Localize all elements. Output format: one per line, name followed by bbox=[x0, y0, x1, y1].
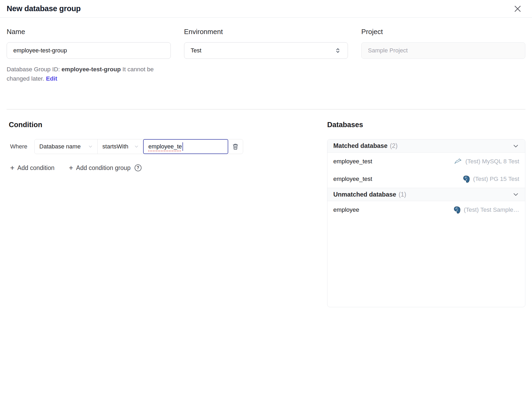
edit-link[interactable]: Edit bbox=[46, 75, 57, 82]
help-icon[interactable]: ? bbox=[135, 164, 142, 171]
plus-icon: + bbox=[10, 164, 14, 172]
environment-field-group: Environment Test bbox=[184, 28, 348, 109]
instance-label: (Test) PG 15 Test bbox=[473, 176, 519, 182]
add-condition-group-label: Add condition group bbox=[76, 164, 131, 172]
database-section-title: Unmatched database(1) bbox=[333, 191, 406, 198]
condition-expression: Database name startsWith employee_te bbox=[34, 139, 243, 154]
condition-actions: + Add condition + Add condition group ? bbox=[9, 164, 314, 172]
name-field-group: Name Database Group ID: employee-test-gr… bbox=[7, 28, 171, 109]
database-rows: employee_test (Test) MySQL 8 Test employ… bbox=[327, 153, 525, 188]
condition-operator-value: startsWith bbox=[102, 143, 128, 150]
add-condition-label: Add condition bbox=[17, 164, 54, 172]
delete-condition-button[interactable] bbox=[228, 139, 243, 154]
database-row[interactable]: employee_test (Test) PG 15 Test bbox=[327, 170, 525, 188]
where-label: Where bbox=[10, 143, 27, 150]
condition-row: Where Database name startsWith employee_… bbox=[9, 139, 314, 154]
group-id-prefix: Database Group ID: bbox=[7, 66, 61, 73]
database-section-title: Matched database(2) bbox=[333, 142, 397, 149]
database-name: employee bbox=[333, 206, 359, 213]
name-label: Name bbox=[7, 28, 171, 36]
database-row[interactable]: employee (Test) Test Sample… bbox=[327, 201, 525, 219]
project-input-disabled: Sample Project bbox=[361, 42, 525, 59]
close-button[interactable] bbox=[512, 3, 523, 14]
chevron-down-icon[interactable] bbox=[512, 191, 519, 198]
databases-heading: Databases bbox=[327, 121, 525, 129]
condition-heading: Condition bbox=[9, 121, 314, 129]
database-instance: (Test) PG 15 Test bbox=[463, 175, 519, 183]
updown-chevron-icon bbox=[334, 47, 341, 54]
text-caret bbox=[182, 142, 183, 151]
environment-label: Environment bbox=[184, 28, 348, 36]
database-section-header[interactable]: Matched database(2) bbox=[327, 139, 525, 153]
databases-column: Databases Matched database(2) employee_t… bbox=[327, 121, 525, 307]
trash-icon bbox=[232, 143, 239, 150]
database-instance: (Test) MySQL 8 Test bbox=[454, 158, 519, 165]
chevron-down-icon[interactable] bbox=[512, 143, 519, 149]
project-value: Sample Project bbox=[368, 47, 408, 54]
database-instance: (Test) Test Sample… bbox=[454, 206, 519, 214]
environment-selected-value: Test bbox=[191, 47, 201, 54]
mysql-icon bbox=[454, 158, 462, 165]
group-id-value: employee-test-group bbox=[61, 66, 121, 73]
plus-icon: + bbox=[69, 164, 73, 172]
database-row[interactable]: employee_test (Test) MySQL 8 Test bbox=[327, 153, 525, 170]
postgresql-icon bbox=[463, 175, 470, 183]
environment-select[interactable]: Test bbox=[184, 42, 348, 59]
database-rows: employee (Test) Test Sample… bbox=[327, 201, 525, 219]
condition-field-value: Database name bbox=[39, 143, 81, 150]
instance-label: (Test) Test Sample… bbox=[464, 206, 519, 213]
database-section: Unmatched database(1) employee (Test) Te… bbox=[327, 188, 525, 219]
instance-label: (Test) MySQL 8 Test bbox=[465, 158, 519, 165]
dialog-header: New database group bbox=[0, 0, 532, 18]
condition-value-text: employee_te bbox=[148, 143, 182, 150]
condition-field-select[interactable]: Database name bbox=[35, 139, 98, 154]
condition-value-input[interactable]: employee_te bbox=[143, 139, 228, 154]
dialog-title: New database group bbox=[7, 4, 81, 13]
condition-operator-select[interactable]: startsWith bbox=[98, 139, 143, 154]
condition-column: Condition Where Database name startsWith bbox=[7, 121, 314, 307]
close-icon bbox=[513, 4, 522, 13]
name-input[interactable] bbox=[7, 42, 171, 59]
add-condition-button[interactable]: + Add condition bbox=[10, 164, 55, 172]
database-section: Matched database(2) employee_test (Test)… bbox=[327, 139, 525, 188]
chevron-down-icon bbox=[88, 144, 93, 149]
postgresql-icon bbox=[454, 206, 461, 214]
database-section-header[interactable]: Unmatched database(1) bbox=[327, 188, 525, 201]
database-name: employee_test bbox=[333, 176, 372, 182]
databases-panel: Matched database(2) employee_test (Test)… bbox=[327, 139, 525, 307]
main-area: Condition Where Database name startsWith bbox=[7, 110, 525, 307]
project-label: Project bbox=[361, 28, 525, 36]
group-id-note: Database Group ID: employee-test-group I… bbox=[7, 65, 169, 83]
group-form: Name Database Group ID: employee-test-gr… bbox=[7, 18, 525, 109]
chevron-down-icon bbox=[134, 144, 139, 149]
database-name: employee_test bbox=[333, 158, 372, 165]
project-field-group: Project Sample Project bbox=[361, 28, 525, 109]
add-condition-group-button[interactable]: + Add condition group ? bbox=[69, 164, 142, 172]
